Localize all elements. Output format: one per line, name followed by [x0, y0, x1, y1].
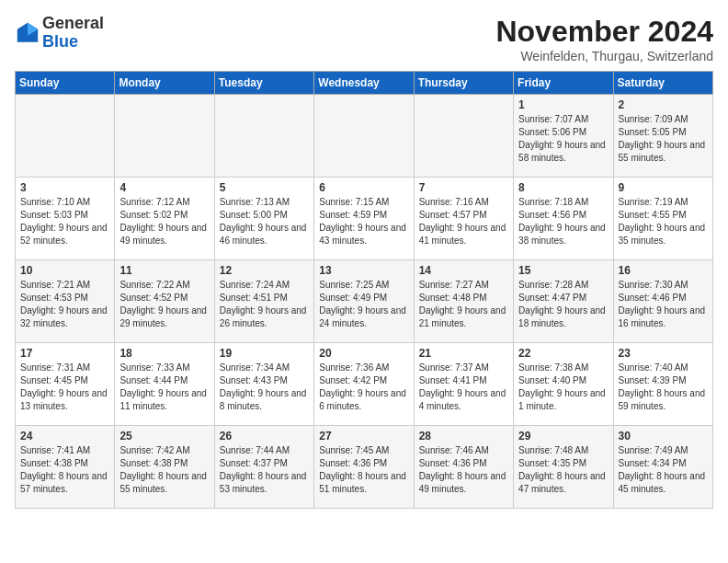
day-info: Sunrise: 7:09 AM Sunset: 5:05 PM Dayligh…: [619, 113, 708, 165]
calendar-table: SundayMondayTuesdayWednesdayThursdayFrid…: [15, 71, 713, 509]
header-saturday: Saturday: [613, 72, 712, 95]
day-info: Sunrise: 7:25 AM Sunset: 4:49 PM Dayligh…: [319, 279, 408, 330]
calendar-cell: [414, 95, 513, 178]
calendar-week-1: 1Sunrise: 7:07 AM Sunset: 5:06 PM Daylig…: [16, 95, 713, 178]
day-info: Sunrise: 7:42 AM Sunset: 4:38 PM Dayligh…: [119, 444, 209, 496]
day-info: Sunrise: 7:10 AM Sunset: 5:03 PM Dayligh…: [20, 196, 109, 247]
calendar-cell: 20Sunrise: 7:36 AM Sunset: 4:42 PM Dayli…: [314, 343, 414, 426]
day-number: 6: [319, 181, 408, 194]
day-info: Sunrise: 7:41 AM Sunset: 4:38 PM Dayligh…: [20, 444, 109, 496]
calendar-week-3: 10Sunrise: 7:21 AM Sunset: 4:53 PM Dayli…: [16, 260, 713, 343]
day-number: 7: [419, 181, 508, 194]
calendar-cell: 16Sunrise: 7:30 AM Sunset: 4:46 PM Dayli…: [613, 260, 712, 343]
page-header: General Blue November 2024 Weinfelden, T…: [15, 15, 713, 63]
day-info: Sunrise: 7:36 AM Sunset: 4:42 PM Dayligh…: [319, 362, 408, 413]
day-info: Sunrise: 7:31 AM Sunset: 4:45 PM Dayligh…: [20, 362, 109, 413]
logo-blue: Blue: [42, 32, 78, 51]
day-info: Sunrise: 7:30 AM Sunset: 4:46 PM Dayligh…: [619, 279, 708, 330]
day-info: Sunrise: 7:34 AM Sunset: 4:43 PM Dayligh…: [220, 362, 309, 413]
day-number: 21: [419, 347, 508, 360]
calendar-cell: 13Sunrise: 7:25 AM Sunset: 4:49 PM Dayli…: [314, 260, 414, 343]
header-friday: Friday: [514, 72, 613, 95]
location: Weinfelden, Thurgau, Switzerland: [495, 49, 713, 63]
day-number: 28: [419, 430, 508, 442]
day-number: 2: [619, 98, 708, 111]
day-number: 16: [619, 264, 708, 277]
day-number: 8: [518, 181, 608, 194]
day-info: Sunrise: 7:16 AM Sunset: 4:57 PM Dayligh…: [419, 196, 508, 247]
calendar-week-5: 24Sunrise: 7:41 AM Sunset: 4:38 PM Dayli…: [16, 426, 713, 509]
day-number: 3: [20, 181, 109, 194]
calendar-cell: 19Sunrise: 7:34 AM Sunset: 4:43 PM Dayli…: [214, 343, 313, 426]
calendar-cell: 27Sunrise: 7:45 AM Sunset: 4:36 PM Dayli…: [314, 426, 414, 509]
day-info: Sunrise: 7:13 AM Sunset: 5:00 PM Dayligh…: [220, 196, 309, 247]
calendar-cell: 3Sunrise: 7:10 AM Sunset: 5:03 PM Daylig…: [16, 178, 115, 260]
calendar-cell: 30Sunrise: 7:49 AM Sunset: 4:34 PM Dayli…: [613, 426, 712, 509]
day-number: 11: [119, 264, 209, 277]
day-number: 9: [619, 181, 708, 194]
calendar-cell: 6Sunrise: 7:15 AM Sunset: 4:59 PM Daylig…: [314, 178, 414, 260]
calendar-cell: [314, 95, 414, 178]
logo-text: General Blue: [42, 15, 104, 52]
logo: General Blue: [15, 15, 104, 52]
calendar-cell: 17Sunrise: 7:31 AM Sunset: 4:45 PM Dayli…: [16, 343, 115, 426]
day-number: 23: [619, 347, 708, 360]
calendar-cell: 12Sunrise: 7:24 AM Sunset: 4:51 PM Dayli…: [214, 260, 313, 343]
header-tuesday: Tuesday: [214, 72, 313, 95]
day-number: 18: [119, 347, 209, 360]
day-info: Sunrise: 7:28 AM Sunset: 4:47 PM Dayligh…: [518, 279, 608, 330]
month-title: November 2024: [495, 15, 713, 49]
day-info: Sunrise: 7:49 AM Sunset: 4:34 PM Dayligh…: [619, 444, 708, 496]
day-info: Sunrise: 7:21 AM Sunset: 4:53 PM Dayligh…: [20, 279, 109, 330]
day-number: 4: [119, 181, 209, 194]
calendar-cell: 21Sunrise: 7:37 AM Sunset: 4:41 PM Dayli…: [414, 343, 513, 426]
day-number: 26: [220, 430, 309, 442]
calendar-cell: [16, 95, 115, 178]
calendar-cell: 8Sunrise: 7:18 AM Sunset: 4:56 PM Daylig…: [514, 178, 613, 260]
calendar-cell: [115, 95, 214, 178]
day-info: Sunrise: 7:33 AM Sunset: 4:44 PM Dayligh…: [119, 362, 209, 413]
day-number: 1: [518, 98, 608, 111]
header-sunday: Sunday: [16, 72, 115, 95]
day-info: Sunrise: 7:22 AM Sunset: 4:52 PM Dayligh…: [119, 279, 209, 330]
day-info: Sunrise: 7:46 AM Sunset: 4:36 PM Dayligh…: [419, 444, 508, 496]
calendar-week-2: 3Sunrise: 7:10 AM Sunset: 5:03 PM Daylig…: [16, 178, 713, 260]
calendar-cell: 26Sunrise: 7:44 AM Sunset: 4:37 PM Dayli…: [214, 426, 313, 509]
day-info: Sunrise: 7:44 AM Sunset: 4:37 PM Dayligh…: [220, 444, 309, 496]
day-number: 15: [518, 264, 608, 277]
calendar-cell: 4Sunrise: 7:12 AM Sunset: 5:02 PM Daylig…: [115, 178, 214, 260]
day-info: Sunrise: 7:18 AM Sunset: 4:56 PM Dayligh…: [518, 196, 608, 247]
calendar-cell: 25Sunrise: 7:42 AM Sunset: 4:38 PM Dayli…: [115, 426, 214, 509]
day-info: Sunrise: 7:07 AM Sunset: 5:06 PM Dayligh…: [518, 113, 608, 165]
day-info: Sunrise: 7:19 AM Sunset: 4:55 PM Dayligh…: [619, 196, 708, 247]
header-wednesday: Wednesday: [314, 72, 414, 95]
day-info: Sunrise: 7:40 AM Sunset: 4:39 PM Dayligh…: [619, 362, 708, 413]
calendar-header: SundayMondayTuesdayWednesdayThursdayFrid…: [16, 72, 713, 95]
day-number: 20: [319, 347, 408, 360]
calendar-cell: 1Sunrise: 7:07 AM Sunset: 5:06 PM Daylig…: [514, 95, 613, 178]
day-number: 12: [220, 264, 309, 277]
calendar-cell: 14Sunrise: 7:27 AM Sunset: 4:48 PM Dayli…: [414, 260, 513, 343]
day-info: Sunrise: 7:37 AM Sunset: 4:41 PM Dayligh…: [419, 362, 508, 413]
title-block: November 2024 Weinfelden, Thurgau, Switz…: [495, 15, 713, 63]
day-info: Sunrise: 7:38 AM Sunset: 4:40 PM Dayligh…: [518, 362, 608, 413]
header-thursday: Thursday: [414, 72, 513, 95]
calendar-cell: 11Sunrise: 7:22 AM Sunset: 4:52 PM Dayli…: [115, 260, 214, 343]
day-number: 22: [518, 347, 608, 360]
header-monday: Monday: [115, 72, 214, 95]
calendar-cell: 2Sunrise: 7:09 AM Sunset: 5:05 PM Daylig…: [613, 95, 712, 178]
calendar-cell: [214, 95, 313, 178]
day-number: 10: [20, 264, 109, 277]
day-info: Sunrise: 7:15 AM Sunset: 4:59 PM Dayligh…: [319, 196, 408, 247]
day-number: 14: [419, 264, 508, 277]
calendar-cell: 29Sunrise: 7:48 AM Sunset: 4:35 PM Dayli…: [514, 426, 613, 509]
day-number: 24: [20, 430, 109, 442]
logo-icon: [15, 20, 40, 46]
calendar-cell: 9Sunrise: 7:19 AM Sunset: 4:55 PM Daylig…: [613, 178, 712, 260]
day-info: Sunrise: 7:45 AM Sunset: 4:36 PM Dayligh…: [319, 444, 408, 496]
calendar-cell: 10Sunrise: 7:21 AM Sunset: 4:53 PM Dayli…: [16, 260, 115, 343]
day-number: 13: [319, 264, 408, 277]
calendar-cell: 15Sunrise: 7:28 AM Sunset: 4:47 PM Dayli…: [514, 260, 613, 343]
calendar-cell: 23Sunrise: 7:40 AM Sunset: 4:39 PM Dayli…: [613, 343, 712, 426]
day-info: Sunrise: 7:27 AM Sunset: 4:48 PM Dayligh…: [419, 279, 508, 330]
